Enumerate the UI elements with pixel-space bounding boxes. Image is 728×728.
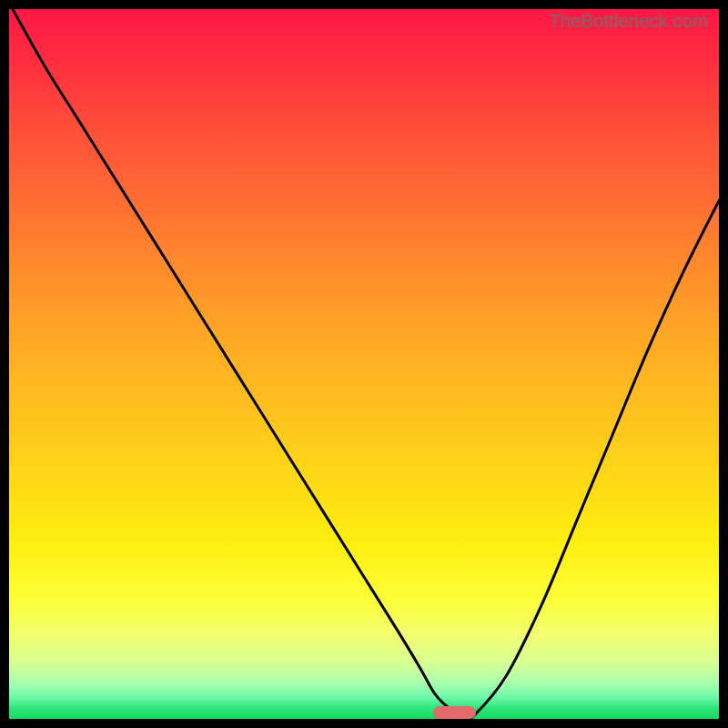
bottleneck-curve bbox=[9, 9, 719, 719]
chart-container: TheBottleneck.com bbox=[0, 0, 728, 728]
plot-area: TheBottleneck.com bbox=[9, 9, 719, 719]
optimum-marker bbox=[433, 706, 476, 719]
watermark-text: TheBottleneck.com bbox=[549, 11, 708, 32]
